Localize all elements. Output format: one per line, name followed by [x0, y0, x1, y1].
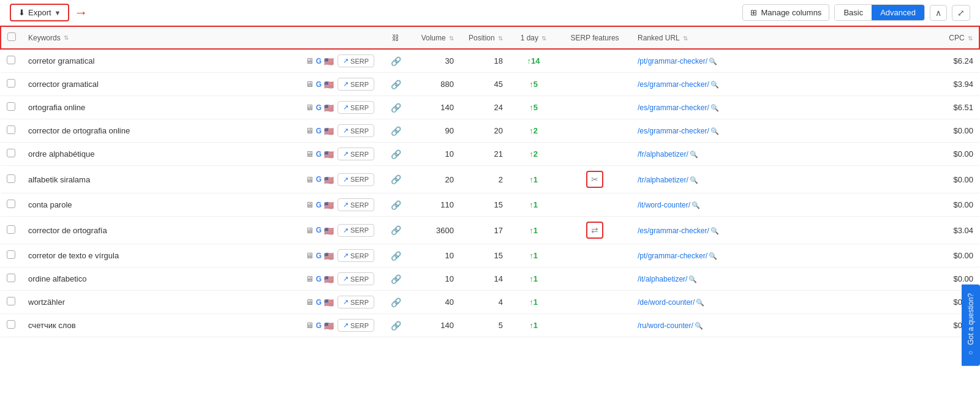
desktop-icon[interactable]: 🖥: [306, 175, 314, 184]
chain-icon[interactable]: 🔗: [391, 274, 401, 284]
serp-button[interactable]: ↗ SERP: [337, 319, 374, 332]
chain-icon[interactable]: 🔗: [391, 103, 401, 113]
url-search-icon[interactable]: 🔍: [710, 81, 719, 88]
desktop-icon[interactable]: 🖥: [306, 226, 314, 235]
serp-button[interactable]: ↗ SERP: [337, 198, 374, 211]
advanced-view-button[interactable]: Advanced: [872, 5, 924, 20]
serp-button[interactable]: ↗ SERP: [337, 54, 374, 67]
row-checkbox[interactable]: [7, 102, 15, 111]
row-checkbox[interactable]: [7, 274, 15, 282]
oneday-column-header[interactable]: 1 day ⇅: [509, 26, 558, 49]
desktop-icon[interactable]: 🖥: [306, 200, 314, 209]
desktop-icon[interactable]: 🖥: [306, 80, 314, 89]
flag-icon[interactable]: 🇺🇸: [324, 321, 335, 329]
ranked-url-link[interactable]: /es/grammar-checker/: [638, 103, 709, 112]
ranked-url-link[interactable]: /es/grammar-checker/: [638, 226, 709, 235]
chain-icon[interactable]: 🔗: [391, 149, 401, 159]
flag-icon[interactable]: 🇺🇸: [324, 57, 335, 65]
got-question-button[interactable]: ○ Got a question?: [962, 285, 980, 337]
row-checkbox[interactable]: [7, 79, 15, 88]
desktop-icon[interactable]: 🖥: [306, 274, 314, 283]
google-icon[interactable]: G: [316, 252, 322, 260]
expand-button[interactable]: ⤢: [952, 5, 970, 21]
serp-button[interactable]: ↗ SERP: [337, 124, 374, 137]
chain-icon[interactable]: 🔗: [391, 174, 401, 184]
row-checkbox[interactable]: [7, 174, 15, 183]
desktop-icon[interactable]: 🖥: [306, 126, 314, 135]
chain-icon[interactable]: 🔗: [391, 225, 401, 235]
google-icon[interactable]: G: [316, 80, 322, 89]
row-checkbox[interactable]: [7, 297, 15, 305]
chain-icon[interactable]: 🔗: [391, 251, 401, 261]
serp-button[interactable]: ↗ SERP: [337, 101, 374, 114]
chain-icon[interactable]: 🔗: [391, 297, 401, 307]
google-icon[interactable]: G: [316, 275, 322, 283]
google-icon[interactable]: G: [316, 321, 322, 330]
ranked-url-link[interactable]: /fr/alphabetizer/: [638, 150, 688, 159]
flag-icon[interactable]: 🇺🇸: [324, 226, 335, 234]
basic-view-button[interactable]: Basic: [835, 5, 872, 20]
url-search-icon[interactable]: 🔍: [709, 58, 717, 65]
ranked-url-link[interactable]: /pt/grammar-checker/: [638, 252, 707, 260]
url-search-icon[interactable]: 🔍: [710, 227, 719, 234]
desktop-icon[interactable]: 🖥: [306, 251, 314, 260]
keywords-column-header[interactable]: Keywords ⇅: [22, 26, 300, 49]
google-icon[interactable]: G: [316, 226, 322, 234]
url-search-icon[interactable]: 🔍: [709, 252, 717, 260]
desktop-icon[interactable]: 🖥: [306, 103, 314, 112]
cpc-column-header[interactable]: CPC ⇅: [937, 26, 979, 49]
manage-columns-button[interactable]: ⊞ Manage columns: [742, 4, 829, 21]
chain-icon[interactable]: 🔗: [391, 321, 401, 331]
flag-icon[interactable]: 🇺🇸: [324, 103, 335, 111]
collapse-button[interactable]: ∧: [930, 5, 947, 21]
flag-icon[interactable]: 🇺🇸: [324, 275, 335, 283]
url-search-icon[interactable]: 🔍: [695, 322, 703, 329]
desktop-icon[interactable]: 🖥: [306, 321, 314, 330]
url-column-header[interactable]: Ranked URL ⇅: [631, 26, 937, 49]
select-all-checkbox[interactable]: [7, 32, 16, 41]
volume-column-header[interactable]: Volume ⇅: [411, 26, 460, 49]
desktop-icon[interactable]: 🖥: [306, 297, 314, 307]
google-icon[interactable]: G: [316, 127, 322, 135]
select-all-header[interactable]: [1, 26, 22, 49]
serp-button[interactable]: ↗ SERP: [337, 272, 374, 285]
ranked-url-link[interactable]: /it/alphabetizer/: [638, 275, 687, 283]
desktop-icon[interactable]: 🖥: [306, 149, 314, 159]
chain-icon[interactable]: 🔗: [391, 200, 401, 210]
desktop-icon[interactable]: 🖥: [306, 56, 314, 65]
google-icon[interactable]: G: [316, 298, 322, 307]
flag-icon[interactable]: 🇺🇸: [324, 127, 335, 135]
row-checkbox[interactable]: [7, 125, 15, 134]
ranked-url-link[interactable]: /pt/grammar-checker/: [638, 57, 707, 65]
position-column-header[interactable]: Position ⇅: [460, 26, 509, 49]
flag-icon[interactable]: 🇺🇸: [324, 252, 335, 260]
serp-button[interactable]: ↗ SERP: [337, 148, 374, 160]
google-icon[interactable]: G: [316, 175, 322, 184]
url-search-icon[interactable]: 🔍: [696, 299, 704, 306]
ranked-url-link[interactable]: /es/grammar-checker/: [638, 80, 709, 89]
row-checkbox[interactable]: [7, 56, 15, 64]
chain-icon[interactable]: 🔗: [391, 126, 401, 136]
ranked-url-link[interactable]: /ru/word-counter/: [638, 321, 693, 330]
google-icon[interactable]: G: [316, 57, 322, 65]
flag-icon[interactable]: 🇺🇸: [324, 150, 335, 158]
row-checkbox[interactable]: [7, 225, 15, 234]
url-search-icon[interactable]: 🔍: [690, 176, 698, 184]
google-icon[interactable]: G: [316, 150, 322, 159]
url-search-icon[interactable]: 🔍: [710, 127, 719, 135]
row-checkbox[interactable]: [7, 200, 15, 208]
ranked-url-link[interactable]: /it/word-counter/: [638, 201, 690, 209]
chain-icon[interactable]: 🔗: [391, 80, 401, 89]
serp-button[interactable]: ↗ SERP: [337, 173, 374, 186]
ranked-url-link[interactable]: /es/grammar-checker/: [638, 127, 709, 135]
row-checkbox[interactable]: [7, 320, 15, 329]
serp-button[interactable]: ↗ SERP: [337, 78, 374, 91]
row-checkbox[interactable]: [7, 250, 15, 259]
export-button[interactable]: ⬇ Export ▼: [10, 4, 69, 21]
flag-icon[interactable]: 🇺🇸: [324, 298, 335, 306]
flag-icon[interactable]: 🇺🇸: [324, 201, 335, 209]
serp-button[interactable]: ↗ SERP: [337, 296, 374, 308]
serp-button[interactable]: ↗ SERP: [337, 249, 374, 262]
serp-button[interactable]: ↗ SERP: [337, 224, 374, 237]
ranked-url-link[interactable]: /tr/alphabetizer/: [638, 176, 688, 184]
